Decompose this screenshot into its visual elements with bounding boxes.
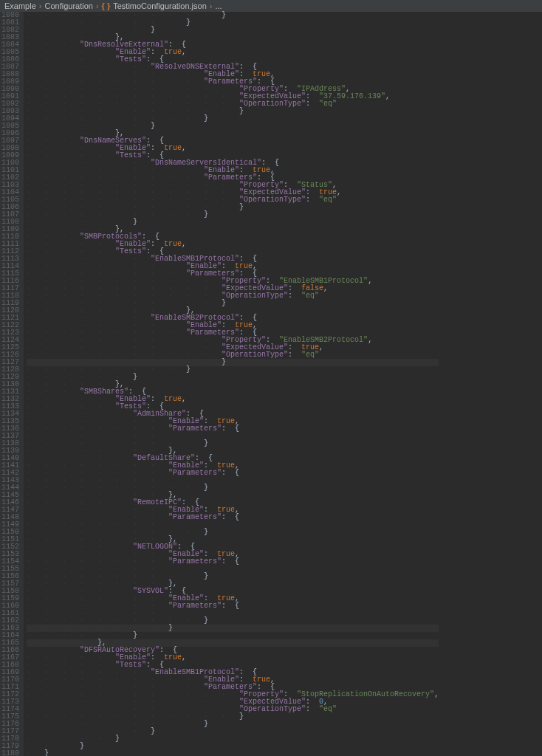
chevron-icon: › (96, 2, 99, 10)
json-key: "Parameters" (168, 602, 222, 610)
punctuation: } (239, 203, 244, 211)
punctuation: } (186, 18, 191, 27)
breadcrumb-folder[interactable]: Configuration (44, 2, 92, 10)
punctuation: , (385, 92, 390, 100)
punctuation: : (306, 100, 319, 108)
punctuation: } (204, 616, 208, 625)
punctuation: } (239, 712, 244, 721)
json-boolean: true (164, 395, 182, 403)
punctuation: } (222, 358, 226, 366)
json-key: "OperationType" (222, 292, 288, 300)
punctuation: , (337, 188, 341, 196)
json-key: "Parameters" (168, 425, 222, 433)
json-icon: { } (102, 2, 111, 10)
punctuation: : { (222, 469, 239, 477)
punctuation: } (204, 210, 208, 219)
indent-guide: · (27, 749, 44, 756)
punctuation: , (434, 690, 439, 698)
punctuation: : { (222, 513, 239, 521)
punctuation: : { (222, 425, 239, 433)
punctuation: } (168, 624, 173, 632)
json-boolean: true (164, 653, 182, 662)
line-number: 1180 (1, 750, 19, 756)
punctuation: } (186, 365, 191, 374)
line-number-gutter: 1080108110821083108410851086108710881089… (0, 12, 24, 756)
json-string: "eq" (301, 292, 319, 300)
code-area[interactable]: · · · · · · · · · · · }· · · · · · · · ·… (24, 12, 439, 756)
json-string: "eq" (301, 351, 319, 359)
code-line[interactable]: · } (27, 750, 439, 756)
punctuation: } (44, 749, 49, 756)
code-line[interactable]: · · · · · } (27, 735, 439, 743)
punctuation: } (204, 114, 208, 123)
punctuation: } (133, 218, 137, 226)
breadcrumb-file[interactable]: TestimoConfiguration.json (113, 2, 207, 10)
punctuation: } (222, 299, 226, 307)
punctuation: } (222, 11, 226, 19)
code-editor[interactable]: 1080108110821083108410851086108710881089… (0, 12, 542, 756)
chevron-icon: › (39, 2, 42, 10)
punctuation: , (182, 653, 186, 662)
json-string: "eq" (319, 196, 337, 204)
punctuation: : (306, 705, 319, 713)
json-key: "OperationType" (222, 351, 288, 359)
punctuation: : { (222, 557, 239, 566)
json-string: "eq" (319, 705, 337, 713)
json-string: "eq" (319, 100, 337, 108)
punctuation: : { (222, 602, 239, 610)
punctuation: } (204, 528, 208, 536)
punctuation: } (133, 373, 137, 381)
json-boolean: true (164, 144, 182, 152)
punctuation: } (151, 727, 155, 735)
punctuation: , (182, 48, 186, 56)
json-key: "OperationType" (239, 100, 306, 108)
punctuation: : (288, 351, 301, 359)
punctuation: } (151, 26, 155, 34)
punctuation: } (204, 572, 208, 580)
breadcrumb-tail[interactable]: ... (215, 2, 222, 10)
punctuation: , (182, 240, 186, 248)
code-line[interactable]: · · · } (27, 743, 439, 750)
punctuation: } (204, 720, 208, 728)
punctuation: } (204, 484, 208, 492)
punctuation: } (204, 439, 208, 447)
punctuation: , (368, 277, 372, 285)
punctuation: } (133, 631, 137, 639)
json-boolean: true (164, 240, 182, 248)
breadcrumb[interactable]: Example › Configuration › { } TestimoCon… (0, 0, 542, 12)
punctuation: : (288, 292, 301, 300)
punctuation: , (368, 336, 372, 344)
punctuation: } (80, 742, 84, 750)
breadcrumb-root[interactable]: Example (4, 2, 36, 10)
punctuation: } (115, 735, 120, 743)
json-key: "Parameters" (168, 557, 222, 566)
json-boolean: true (164, 48, 182, 56)
punctuation: } (239, 107, 244, 115)
json-key: "Parameters" (168, 469, 222, 477)
json-key: "OperationType" (239, 196, 306, 204)
punctuation: : (306, 196, 319, 204)
punctuation: , (323, 284, 328, 292)
punctuation: , (182, 144, 186, 152)
json-key: "OperationType" (239, 705, 306, 713)
json-key: "Parameters" (168, 513, 222, 521)
chevron-icon: › (210, 2, 213, 10)
punctuation: , (182, 395, 186, 403)
punctuation: } (151, 122, 155, 130)
punctuation: , (319, 343, 323, 351)
